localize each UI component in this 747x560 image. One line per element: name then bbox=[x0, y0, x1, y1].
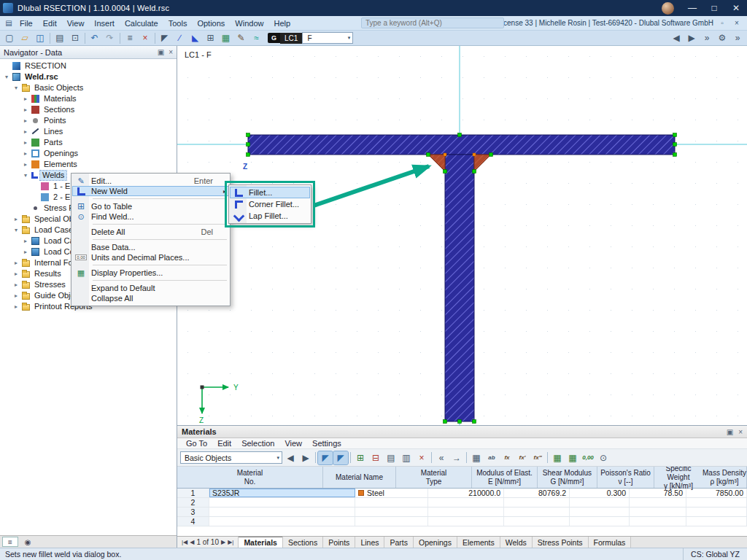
tab-stress-points[interactable]: Stress Points bbox=[533, 537, 589, 548]
results-tool-icon[interactable]: ≈ bbox=[249, 31, 264, 44]
menu-tools[interactable]: Tools bbox=[163, 16, 193, 30]
undo-icon[interactable]: ↶ bbox=[88, 31, 102, 44]
last-page-icon[interactable]: ▶| bbox=[228, 539, 233, 545]
menu-options[interactable]: Options bbox=[192, 16, 230, 30]
column-header[interactable]: Material No. bbox=[177, 467, 323, 488]
panel-close-icon[interactable]: × bbox=[738, 428, 743, 436]
expander-icon[interactable] bbox=[22, 238, 29, 244]
close-panel-icon[interactable]: × bbox=[169, 48, 173, 56]
display-navigator-tab[interactable]: ◉ bbox=[20, 537, 36, 547]
load-case-selector[interactable]: G LC1 F bbox=[268, 31, 353, 44]
expander-icon[interactable] bbox=[22, 139, 29, 146]
close-button[interactable]: ✕ bbox=[725, 0, 747, 16]
expander-icon[interactable] bbox=[12, 227, 20, 233]
formula-edit-icon[interactable]: fx' bbox=[515, 451, 530, 464]
column-header[interactable]: Mass Density ρ [kg/m³] bbox=[703, 467, 747, 488]
pen-tool-icon[interactable]: ✎ bbox=[234, 31, 249, 44]
materials-menu-view[interactable]: View bbox=[280, 439, 306, 448]
weld-tool-icon[interactable]: ◣ bbox=[188, 31, 203, 44]
column-header[interactable]: Shear Modulus G [N/mm²] bbox=[538, 467, 597, 488]
column-header[interactable]: Material Type bbox=[396, 467, 472, 488]
materials-menu-selection[interactable]: Selection bbox=[237, 439, 279, 448]
tree-item-sections[interactable]: Sections bbox=[0, 104, 177, 115]
tab-sections[interactable]: Sections bbox=[283, 537, 323, 548]
data-navigator-tab[interactable]: ≡ bbox=[2, 537, 18, 547]
menu-item-units[interactable]: Units and Decimal Places... bbox=[72, 252, 229, 262]
view-next-icon[interactable]: ▶ bbox=[684, 31, 699, 44]
menu-edit[interactable]: Edit bbox=[38, 16, 62, 30]
tab-elements[interactable]: Elements bbox=[457, 537, 500, 548]
expander-icon[interactable] bbox=[22, 106, 29, 113]
table-row[interactable]: 1 S235JR Steel 210000.0 80769.2 0.300 78… bbox=[177, 489, 747, 498]
new-model-icon[interactable]: ▢ bbox=[2, 31, 17, 44]
table-row[interactable]: 3 bbox=[177, 508, 747, 517]
column-header[interactable]: Modulus of Elast. E [N/mm²] bbox=[472, 467, 538, 488]
column-header[interactable]: Poisson's Ratio ν [--] bbox=[597, 467, 654, 488]
expander-icon[interactable] bbox=[12, 292, 20, 299]
decimal-places-icon[interactable]: 0,00 bbox=[581, 451, 595, 464]
menu-calculate[interactable]: Calculate bbox=[120, 16, 163, 30]
tree-item-rsection[interactable]: RSECTION bbox=[0, 61, 177, 71]
expander-icon[interactable] bbox=[12, 260, 20, 266]
tab-parts[interactable]: Parts bbox=[384, 537, 414, 548]
tab-lines[interactable]: Lines bbox=[355, 537, 384, 548]
table-tool-icon[interactable]: ⊞ bbox=[204, 31, 218, 44]
pin-icon[interactable]: ▣ bbox=[158, 48, 164, 56]
export-table-icon[interactable]: ▦ bbox=[550, 451, 565, 464]
menu-item-delete-all[interactable]: Delete All Del bbox=[72, 227, 229, 237]
expander-icon[interactable] bbox=[22, 150, 29, 157]
cell-material-name[interactable]: S235JR bbox=[209, 489, 355, 497]
menu-item-display-properties[interactable]: Display Properties... bbox=[72, 268, 229, 278]
settings-icon[interactable]: ⚙ bbox=[715, 31, 729, 44]
more-views-icon[interactable]: » bbox=[700, 31, 714, 44]
fillet-weld-left[interactable] bbox=[428, 155, 445, 171]
jump-first-icon[interactable]: « bbox=[434, 451, 449, 464]
materials-menu-go-to[interactable]: Go To bbox=[182, 439, 212, 448]
fillet-weld-right[interactable] bbox=[474, 155, 491, 171]
tab-openings[interactable]: Openings bbox=[414, 537, 457, 548]
tree-item-parts[interactable]: Parts bbox=[0, 137, 177, 148]
materials-menu-settings[interactable]: Settings bbox=[308, 439, 346, 448]
tree-item-elements[interactable]: Elements bbox=[0, 159, 177, 170]
expander-icon[interactable] bbox=[22, 128, 29, 135]
tab-welds[interactable]: Welds bbox=[500, 537, 533, 548]
expander-icon[interactable] bbox=[3, 74, 10, 80]
ribbon-float-icon[interactable]: ▫ bbox=[716, 19, 728, 27]
insert-row-icon[interactable]: ⊞ bbox=[353, 451, 368, 464]
web-part[interactable] bbox=[445, 155, 474, 421]
table-view-icon[interactable]: ▦ bbox=[469, 451, 484, 464]
tab-formulas[interactable]: Formulas bbox=[589, 537, 632, 548]
clear-table-icon[interactable]: × bbox=[414, 451, 429, 464]
menu-item-expand-to-default[interactable]: Expand to Default bbox=[72, 283, 229, 293]
minimize-button[interactable]: — bbox=[681, 0, 703, 16]
column-header[interactable]: Material Name bbox=[323, 467, 396, 488]
save-icon[interactable]: ◫ bbox=[33, 31, 47, 44]
tree-item-openings[interactable]: Openings bbox=[0, 148, 177, 159]
overflow-icon[interactable]: » bbox=[730, 31, 745, 44]
table-next-icon[interactable]: ▶ bbox=[298, 451, 313, 464]
materials-menu-edit[interactable]: Edit bbox=[213, 439, 236, 448]
print-icon[interactable]: ▤ bbox=[53, 31, 67, 44]
edit-mode-icon[interactable]: ◤ bbox=[333, 451, 348, 464]
next-page-icon[interactable]: ▶ bbox=[221, 539, 225, 545]
menu-help[interactable]: Help bbox=[268, 16, 295, 30]
expander-icon[interactable] bbox=[22, 172, 29, 179]
rename-icon[interactable]: ab bbox=[484, 451, 499, 464]
copy-row-icon[interactable]: ▤ bbox=[384, 451, 398, 464]
flange-part[interactable] bbox=[248, 135, 675, 155]
column-header[interactable]: Specific Weight γ [kN/m³] bbox=[654, 467, 703, 488]
formula-icon[interactable]: fx bbox=[500, 451, 514, 464]
menu-item-edit[interactable]: Edit... Enter bbox=[72, 176, 229, 186]
redo-icon[interactable]: ↷ bbox=[103, 31, 117, 44]
tree-item-weld-rsc[interactable]: Weld.rsc bbox=[0, 71, 177, 82]
delete-row-icon[interactable]: ⊟ bbox=[368, 451, 383, 464]
line-tool-icon[interactable]: ∕ bbox=[173, 31, 187, 44]
search-table-icon[interactable]: ⊙ bbox=[596, 451, 611, 464]
expander-icon[interactable] bbox=[12, 281, 20, 288]
table-row[interactable]: 4 bbox=[177, 517, 747, 526]
select-tool-icon[interactable]: ◤ bbox=[158, 31, 172, 44]
submenu-item-corner-fillet[interactable]: Corner Fillet... bbox=[230, 198, 310, 210]
view-prev-icon[interactable]: ◀ bbox=[669, 31, 684, 44]
formula-all-icon[interactable]: fx″ bbox=[530, 451, 545, 464]
menu-window[interactable]: Window bbox=[230, 16, 268, 30]
